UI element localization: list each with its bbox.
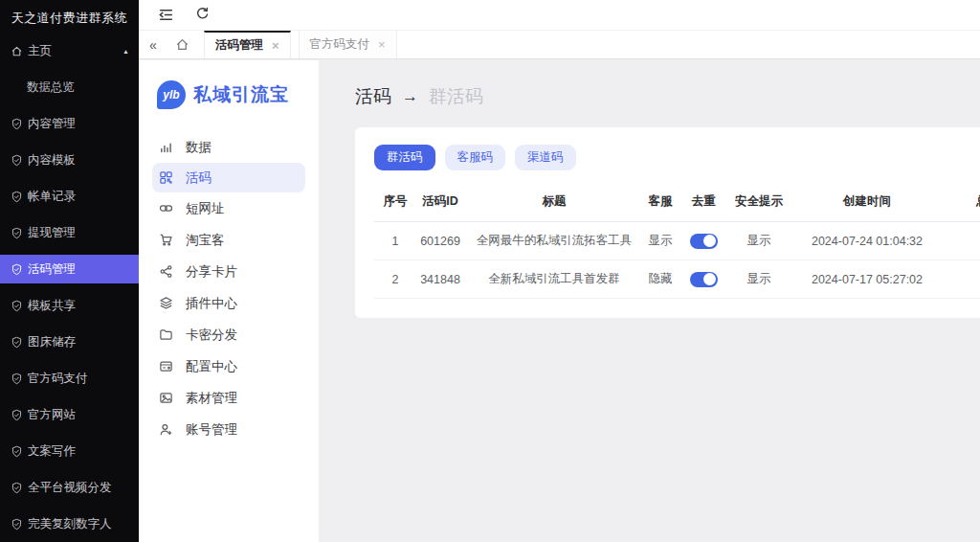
main-sidebar: 天之道付费进群系统 主页▲数据总览内容管理内容模板帐单记录提现管理活码管理模板共… xyxy=(0,0,139,542)
shield-icon xyxy=(11,191,23,203)
sidebar-item-label: 主页 xyxy=(28,43,52,59)
sidebar-item[interactable]: 模板共享 xyxy=(0,291,139,320)
code-type-button[interactable]: 客服码 xyxy=(445,145,506,170)
module-nav: 数据活码短网址淘宝客分享卡片插件中心卡密分发配置中心素材管理账号管理 xyxy=(139,131,319,445)
home-icon xyxy=(11,45,23,57)
shield-icon xyxy=(11,409,23,421)
module-nav-label: 淘宝客 xyxy=(186,232,225,249)
refresh-icon[interactable] xyxy=(195,7,212,23)
sidebar-item[interactable]: 文案写作 xyxy=(0,437,139,465)
code-type-button[interactable]: 群活码 xyxy=(374,145,435,170)
sidebar-item[interactable]: 全平台视频分发 xyxy=(0,473,139,502)
cell-visits: 13 xyxy=(947,222,980,260)
sidebar-item[interactable]: 官方网站 xyxy=(0,400,139,429)
module-nav-item[interactable]: 账号管理 xyxy=(139,414,319,445)
cell-kefu: 隐藏 xyxy=(644,260,677,299)
table-body: 1601269全网最牛的私域引流拓客工具显示显示2024-07-24 01:04… xyxy=(374,222,980,299)
cell-kefu: 显示 xyxy=(644,222,677,260)
tab-list: 活码管理×官方码支付× xyxy=(196,31,397,58)
image-icon xyxy=(159,391,173,405)
sidebar-item[interactable]: 图床储存 xyxy=(0,327,139,356)
sidebar-item-label: 活码管理 xyxy=(28,261,76,278)
column-header: 安全提示 xyxy=(730,185,788,222)
module-nav-item[interactable]: 插件中心 xyxy=(139,287,319,319)
sidebar-item-label: 图床储存 xyxy=(28,334,76,350)
user-icon xyxy=(159,422,173,437)
module-nav-item[interactable]: 分享卡片 xyxy=(139,256,319,287)
table-header-row: 序号活码ID标题客服去重安全提示创建时间总访问 xyxy=(374,185,980,222)
logo-badge: ylb xyxy=(157,80,186,109)
module-nav-label: 插件中心 xyxy=(186,295,237,312)
shield-icon xyxy=(11,154,23,167)
tab-label: 活码管理 xyxy=(215,37,263,54)
tab[interactable]: 官方码支付× xyxy=(299,31,397,58)
sidebar-item-label: 完美复刻数字人 xyxy=(28,516,112,532)
sidebar-item-label: 文案写作 xyxy=(28,443,76,460)
layers-icon xyxy=(159,296,173,310)
sidebar-item-label: 数据总览 xyxy=(27,79,75,96)
module-nav-label: 卡密分发 xyxy=(186,327,237,344)
sidebar-item-label: 官方码支付 xyxy=(28,371,88,387)
tabbar: « 活码管理×官方码支付× xyxy=(139,31,980,59)
tab[interactable]: 活码管理× xyxy=(204,31,291,58)
main-nav: 主页▲数据总览内容管理内容模板帐单记录提现管理活码管理模板共享图床储存官方码支付… xyxy=(0,33,139,538)
cell-seq: 1 xyxy=(374,222,416,260)
shield-icon xyxy=(11,482,23,494)
sidebar-item-label: 内容模板 xyxy=(28,152,76,169)
module-nav-label: 数据 xyxy=(186,139,212,156)
breadcrumb: 活码 → 群活码 xyxy=(355,84,980,109)
sidebar-item-label: 模板共享 xyxy=(28,298,76,314)
share-icon xyxy=(159,264,173,279)
sidebar-item[interactable]: 内容模板 xyxy=(0,146,139,174)
code-type-button[interactable]: 渠道码 xyxy=(515,145,576,170)
module-nav-item[interactable]: 素材管理 xyxy=(139,382,319,414)
sidebar-item-label: 官方网站 xyxy=(28,407,76,423)
dedupe-toggle[interactable] xyxy=(690,234,718,249)
sidebar-item[interactable]: 提现管理 xyxy=(0,218,139,247)
module-nav-item[interactable]: 短网址 xyxy=(139,192,319,224)
sidebar-item[interactable]: 帐单记录 xyxy=(0,182,139,211)
tab-label: 官方码支付 xyxy=(310,36,370,53)
topbar xyxy=(139,0,980,31)
column-header: 总访问 xyxy=(947,185,980,222)
module-nav-label: 短网址 xyxy=(186,200,225,217)
link-icon xyxy=(159,201,173,215)
logo: ylb 私域引流宝 xyxy=(157,80,319,109)
module-nav-item[interactable]: 卡密分发 xyxy=(139,319,319,350)
table-row: 1601269全网最牛的私域引流拓客工具显示显示2024-07-24 01:04… xyxy=(374,222,980,260)
module-nav-item[interactable]: 数据 xyxy=(139,131,319,163)
main-content: 活码 → 群活码 群活码客服码渠道码 序号活码ID标题客服去重安全提示创建时间总… xyxy=(319,60,980,542)
logo-name: 私域引流宝 xyxy=(193,82,289,107)
code-type-filter: 群活码客服码渠道码 xyxy=(374,145,980,170)
sidebar-item[interactable]: 完美复刻数字人 xyxy=(0,509,139,538)
module-nav-item[interactable]: 活码 xyxy=(152,163,305,192)
column-header: 客服 xyxy=(644,185,677,222)
close-icon[interactable]: × xyxy=(272,39,279,52)
shield-icon xyxy=(11,518,23,531)
cell-title: 全新私域引流工具首发群 xyxy=(464,260,644,299)
module-nav-item[interactable]: 配置中心 xyxy=(139,350,319,382)
sidebar-item[interactable]: 内容管理 xyxy=(0,109,139,138)
collapse-menu-icon[interactable] xyxy=(158,7,174,23)
home-tab-icon[interactable] xyxy=(167,31,196,58)
breadcrumb-current: 群活码 xyxy=(429,84,483,109)
shield-icon xyxy=(11,300,23,312)
column-header: 序号 xyxy=(374,185,416,222)
cell-visits: 20 xyxy=(947,260,980,299)
sidebar-item[interactable]: 官方码支付 xyxy=(0,364,139,393)
sidebar-item[interactable]: 活码管理 xyxy=(0,255,139,283)
qr-codes-table: 序号活码ID标题客服去重安全提示创建时间总访问 1601269全网最牛的私域引流… xyxy=(374,185,980,299)
close-icon[interactable]: × xyxy=(378,38,386,51)
folder-icon xyxy=(159,327,173,342)
sidebar-item[interactable]: 主页▲ xyxy=(0,36,139,65)
dedupe-toggle[interactable] xyxy=(690,272,718,287)
column-header: 标题 xyxy=(464,185,644,222)
cell-code_id: 601269 xyxy=(416,222,464,260)
table-row: 2341848全新私域引流工具首发群隐藏显示2024-07-17 05:27:0… xyxy=(374,260,980,299)
cell-safety: 显示 xyxy=(730,222,788,260)
qr-list-card: 群活码客服码渠道码 序号活码ID标题客服去重安全提示创建时间总访问 160126… xyxy=(355,127,980,318)
column-header: 活码ID xyxy=(416,185,464,222)
module-nav-item[interactable]: 淘宝客 xyxy=(139,224,319,256)
scroll-tabs-left-icon[interactable]: « xyxy=(139,31,167,58)
sidebar-item[interactable]: 数据总览 xyxy=(0,73,139,102)
